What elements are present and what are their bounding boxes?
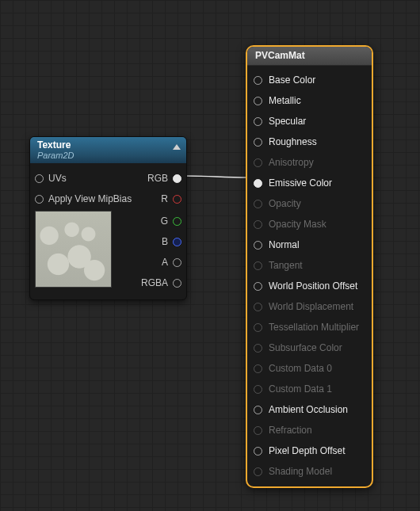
texture-node-header[interactable]: Texture Param2D bbox=[30, 137, 186, 163]
material-pin-label: Normal bbox=[269, 239, 300, 250]
pin-b[interactable] bbox=[173, 238, 181, 246]
pin-uvs[interactable] bbox=[35, 174, 44, 183]
material-pin-label: Tangent bbox=[269, 260, 303, 271]
material-pin-label: Opacity bbox=[269, 198, 301, 209]
material-pin-opacity_mask[interactable]: Opacity Mask bbox=[247, 214, 372, 235]
material-pin-label: Tessellation Multiplier bbox=[269, 322, 359, 333]
output-label-rgba: RGBA bbox=[141, 277, 168, 288]
pin-pdo[interactable] bbox=[254, 447, 262, 456]
output-label-b: B bbox=[162, 236, 168, 247]
material-pin-label: Specular bbox=[269, 116, 306, 127]
pin-subsurface[interactable] bbox=[254, 344, 262, 353]
material-pin-ao[interactable]: Ambient Occlusion bbox=[247, 399, 372, 420]
material-pin-tangent[interactable]: Tangent bbox=[247, 255, 372, 276]
input-label-uvs: UVs bbox=[48, 173, 67, 184]
pin-rgba[interactable] bbox=[173, 279, 181, 288]
pin-custom1[interactable] bbox=[254, 385, 262, 394]
pin-world_disp[interactable] bbox=[254, 303, 262, 311]
pin-ao[interactable] bbox=[254, 406, 262, 414]
material-pin-label: Ambient Occlusion bbox=[269, 404, 348, 415]
material-pin-label: Emissive Color bbox=[269, 177, 332, 189]
output-label-g: G bbox=[161, 215, 168, 227]
material-pin-label: Custom Data 1 bbox=[269, 383, 332, 395]
pin-g[interactable] bbox=[173, 217, 181, 226]
pin-tangent[interactable] bbox=[254, 261, 262, 270]
material-node-header[interactable]: PVCamMat bbox=[247, 47, 372, 66]
material-pin-label: Base Color bbox=[269, 74, 315, 86]
pin-opacity[interactable] bbox=[254, 200, 262, 208]
material-pin-label: World Position Offset bbox=[269, 280, 357, 292]
material-pin-label: Metallic bbox=[269, 95, 301, 106]
pin-metallic[interactable] bbox=[254, 97, 262, 105]
pin-mipbias[interactable] bbox=[35, 195, 44, 204]
material-pin-metallic[interactable]: Metallic bbox=[247, 90, 372, 111]
material-pin-shading_model[interactable]: Shading Model bbox=[247, 461, 372, 482]
material-pin-anisotropy[interactable]: Anisotropy bbox=[247, 152, 372, 173]
texture-node[interactable]: Texture Param2D UVs RGB Apply View MipBi… bbox=[29, 136, 187, 300]
pin-specular[interactable] bbox=[254, 117, 262, 126]
pin-anisotropy[interactable] bbox=[254, 158, 262, 167]
pin-a[interactable] bbox=[173, 258, 181, 267]
material-pin-label: Refraction bbox=[269, 425, 312, 436]
material-pin-label: Pixel Depth Offset bbox=[269, 445, 346, 456]
material-pin-world_disp[interactable]: World Displacement bbox=[247, 296, 372, 317]
pin-opacity_mask[interactable] bbox=[254, 220, 262, 229]
texture-node-subtitle: Param2D bbox=[37, 151, 179, 160]
output-label-rgb: RGB bbox=[147, 173, 168, 184]
material-pin-custom0[interactable]: Custom Data 0 bbox=[247, 358, 372, 379]
pin-shading_model[interactable] bbox=[254, 467, 262, 476]
pin-roughness[interactable] bbox=[254, 138, 262, 147]
pin-rgb[interactable] bbox=[173, 174, 181, 183]
output-label-a: A bbox=[162, 257, 168, 268]
pin-wpo[interactable] bbox=[254, 282, 262, 291]
pin-tess_mult[interactable] bbox=[254, 323, 262, 332]
material-result-node[interactable]: PVCamMat Base ColorMetallicSpecularRough… bbox=[246, 45, 373, 488]
input-label-mipbias: Apply View MipBias bbox=[48, 193, 132, 204]
chevron-up-icon[interactable] bbox=[173, 144, 181, 150]
material-pin-tess_mult[interactable]: Tessellation Multiplier bbox=[247, 317, 372, 337]
material-pin-normal[interactable]: Normal bbox=[247, 235, 372, 255]
material-node-title: PVCamMat bbox=[255, 50, 364, 61]
material-pin-roughness[interactable]: Roughness bbox=[247, 132, 372, 152]
pin-normal[interactable] bbox=[254, 241, 262, 250]
material-pin-label: Anisotropy bbox=[269, 157, 314, 168]
material-pin-custom1[interactable]: Custom Data 1 bbox=[247, 379, 372, 399]
material-pin-opacity[interactable]: Opacity bbox=[247, 193, 372, 214]
pin-base_color[interactable] bbox=[254, 76, 262, 85]
material-pin-label: Roughness bbox=[269, 136, 317, 147]
pin-refraction[interactable] bbox=[254, 426, 262, 435]
texture-thumbnail[interactable] bbox=[35, 211, 112, 288]
pin-custom0[interactable] bbox=[254, 364, 262, 373]
material-pin-subsurface[interactable]: Subsurface Color bbox=[247, 337, 372, 358]
pin-r[interactable] bbox=[173, 195, 181, 204]
material-pin-label: Custom Data 0 bbox=[269, 363, 332, 374]
material-pin-label: Subsurface Color bbox=[269, 342, 342, 353]
material-pin-emissive[interactable]: Emissive Color bbox=[247, 173, 372, 193]
material-pin-label: Opacity Mask bbox=[269, 219, 326, 230]
material-pin-label: Shading Model bbox=[269, 466, 332, 477]
material-pin-refraction[interactable]: Refraction bbox=[247, 420, 372, 440]
material-pin-specular[interactable]: Specular bbox=[247, 111, 372, 132]
material-pin-pdo[interactable]: Pixel Depth Offset bbox=[247, 440, 372, 461]
material-pin-wpo[interactable]: World Position Offset bbox=[247, 276, 372, 296]
material-pin-label: World Displacement bbox=[269, 301, 353, 312]
texture-node-title: Texture bbox=[37, 139, 179, 151]
output-label-r: R bbox=[161, 193, 168, 204]
pin-emissive[interactable] bbox=[254, 179, 262, 188]
material-pin-base_color[interactable]: Base Color bbox=[247, 70, 372, 90]
